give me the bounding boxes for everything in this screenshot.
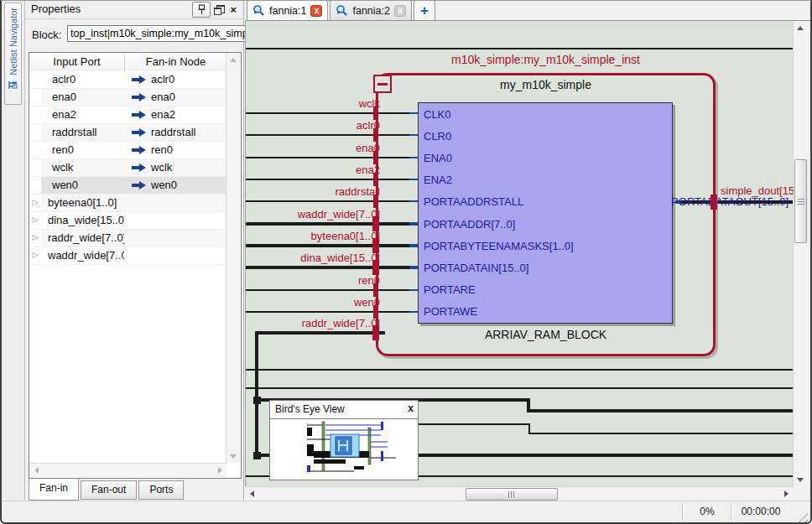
close-icon[interactable]: x xyxy=(408,402,414,414)
close-panel-button[interactable]: × xyxy=(228,4,238,16)
tab-fan-out[interactable]: Fan-out xyxy=(81,480,137,500)
table-row[interactable]: raddrstallraddrstall xyxy=(29,124,226,142)
table-row[interactable]: ▷byteena0[1..0] xyxy=(29,195,226,212)
birds-eye-minimap[interactable] xyxy=(270,419,418,480)
boundary-tick xyxy=(710,195,717,210)
table-row[interactable]: wen0wen0 xyxy=(29,177,226,195)
table-header: Input Port Fan-in Node xyxy=(29,53,226,72)
pin-button[interactable] xyxy=(192,2,211,18)
fanin-node-cell[interactable] xyxy=(125,247,226,264)
table-row[interactable]: ena0ena0 xyxy=(29,89,226,106)
close-tab-button[interactable]: x xyxy=(394,5,406,17)
scroll-down-button[interactable] xyxy=(226,449,240,463)
birds-eye-titlebar[interactable]: Bird's Eye View x xyxy=(270,401,418,419)
canvas-hscrollbar[interactable] xyxy=(245,486,793,501)
block-input-port: PORTAADDR[7..0] xyxy=(419,213,672,235)
canvas-vscrollbar[interactable] xyxy=(793,21,808,486)
collapse-button[interactable] xyxy=(373,75,392,93)
input-port-cell[interactable]: ena0 xyxy=(41,89,124,106)
scroll-left-button[interactable] xyxy=(29,464,43,477)
input-port-cell[interactable]: raddrstall xyxy=(41,124,124,141)
input-net-label: ena2 xyxy=(356,163,380,176)
document-tab-fannia-1[interactable]: fannia:1x xyxy=(247,0,328,20)
scroll-up-button[interactable] xyxy=(794,21,807,34)
input-port-cell[interactable]: waddr_wide[7..0] xyxy=(41,247,124,264)
status-bar: 0% 00:00:00 xyxy=(0,501,812,524)
schematic-canvas[interactable]: m10k_simple:my_m10k_simple_inst my_m10k_… xyxy=(245,21,794,486)
expander-icon[interactable]: ▷ xyxy=(29,195,41,211)
fanin-node-cell[interactable]: ena0 xyxy=(125,89,226,106)
input-port-cell[interactable]: ren0 xyxy=(41,142,124,158)
fanin-node-cell[interactable] xyxy=(125,230,226,246)
row-indent xyxy=(29,159,41,176)
wire xyxy=(527,409,794,412)
input-port-cell[interactable]: wclk xyxy=(41,159,124,176)
table-row[interactable]: wclkwclk xyxy=(29,159,226,177)
scroll-up-button[interactable] xyxy=(226,53,240,66)
fanin-node-cell[interactable]: ren0 xyxy=(125,142,226,158)
input-pin-icon xyxy=(132,128,146,137)
document-tab-fannia-2[interactable]: fannia:2x xyxy=(330,0,411,20)
block-type-label: ARRIAV_RAM_BLOCK xyxy=(376,328,716,341)
input-net-label: raddrstall xyxy=(336,185,380,198)
ram-block[interactable]: CLK0CLR0ENA0ENA2PORTAADDRSTALLPORTAADDR[… xyxy=(418,102,673,324)
row-indent xyxy=(29,89,41,106)
input-port-cell[interactable]: wen0 xyxy=(41,177,124,194)
properties-bottom-tabs: Fan-inFan-outPorts xyxy=(29,479,185,501)
progress-indicator: 0% xyxy=(682,503,731,520)
expander-icon[interactable]: ▷ xyxy=(29,247,41,264)
fanin-node-cell[interactable] xyxy=(125,195,226,211)
tab-ports[interactable]: Ports xyxy=(138,480,184,500)
block-field[interactable] xyxy=(67,25,262,42)
fanin-node-cell[interactable]: ena2 xyxy=(125,106,226,123)
input-port-cell[interactable]: byteena0[1..0] xyxy=(41,195,124,211)
column-input-port[interactable]: Input Port xyxy=(29,53,125,71)
birds-eye-view-panel[interactable]: Bird's Eye View x xyxy=(269,400,419,480)
row-indent xyxy=(29,142,41,158)
properties-titlebar: Properties × xyxy=(25,0,243,19)
wire xyxy=(246,387,794,389)
block-input-port: PORTADATAIN[15..0] xyxy=(419,257,672,278)
table-row[interactable]: aclr0aclr0 xyxy=(29,71,226,89)
close-tab-button[interactable]: x xyxy=(310,5,322,17)
fanin-node-cell[interactable]: aclr0 xyxy=(125,71,226,88)
expander-icon[interactable]: ▷ xyxy=(29,212,41,229)
new-tab-button[interactable]: + xyxy=(414,0,435,20)
table-row[interactable]: ▷dina_wide[15..0] xyxy=(29,212,226,230)
table-vscrollbar[interactable] xyxy=(226,53,241,463)
table-row[interactable]: ren0ren0 xyxy=(29,142,226,159)
input-port-cell[interactable]: dina_wide[15..0] xyxy=(41,212,124,229)
block-input-port: PORTAADDRSTALL xyxy=(419,191,672,213)
table-row[interactable]: ▷raddr_wide[7..0] xyxy=(29,230,226,247)
netlist-navigator-tab[interactable]: Netlist Navigator xyxy=(4,3,22,105)
output-net-label: simple_dout[15..0] xyxy=(721,184,794,197)
scroll-right-button[interactable] xyxy=(213,464,226,477)
fanin-node-cell[interactable]: raddrstall xyxy=(125,124,226,141)
column-fanin-node[interactable]: Fan-in Node xyxy=(125,53,226,71)
document-tab-label: fannia:1 xyxy=(269,5,306,17)
block-row: Block: xyxy=(25,23,243,47)
float-window-button[interactable] xyxy=(214,5,225,15)
input-net-label: aclr0 xyxy=(357,119,380,132)
tab-fan-in[interactable]: Fan-in xyxy=(29,479,79,501)
table-hscrollbar[interactable] xyxy=(29,463,226,477)
input-net-label: ena0 xyxy=(356,142,380,154)
input-port-cell[interactable]: raddr_wide[7..0] xyxy=(41,230,124,246)
fanin-node-cell[interactable]: wen0 xyxy=(125,177,226,194)
resize-grip[interactable] xyxy=(797,511,808,522)
input-net-label: ren0 xyxy=(358,274,380,287)
table-row[interactable]: ▷waddr_wide[7..0] xyxy=(29,247,226,265)
scroll-right-button[interactable] xyxy=(779,487,793,501)
vscroll-thumb[interactable] xyxy=(794,159,807,243)
input-pin-icon xyxy=(132,111,146,119)
fanin-node-cell[interactable]: wclk xyxy=(125,159,226,176)
table-row[interactable]: ena2ena2 xyxy=(29,106,226,124)
input-port-cell[interactable]: aclr0 xyxy=(41,71,124,88)
scroll-down-button[interactable] xyxy=(794,473,807,486)
document-tab-label: fannia:2 xyxy=(352,5,389,17)
scroll-left-button[interactable] xyxy=(245,487,258,501)
fanin-node-cell[interactable] xyxy=(125,212,226,229)
input-port-cell[interactable]: ena2 xyxy=(41,106,124,123)
hscroll-thumb[interactable] xyxy=(466,488,558,501)
expander-icon[interactable]: ▷ xyxy=(29,230,41,246)
